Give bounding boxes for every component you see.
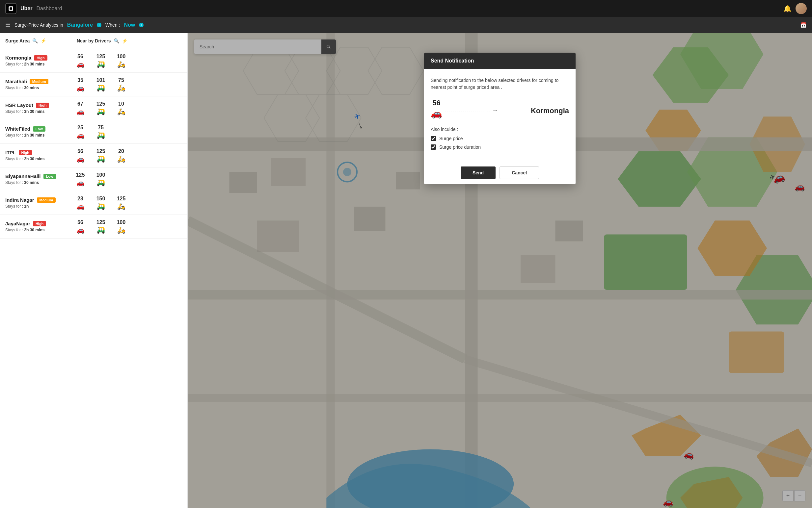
area-row[interactable]: WhiteFiled Low Stays for : 1h 30 mins 25… <box>0 120 187 144</box>
area-name: Kormongla High <box>5 55 71 60</box>
auto-icon: 🛺 <box>97 108 105 116</box>
area-row[interactable]: Kormongla High Stays for : 2h 30 mins 56… <box>0 49 187 73</box>
bike-icon: 🛵 <box>117 226 125 234</box>
area-badge: High <box>19 150 32 155</box>
area-stays: Stays for : 1h <box>5 204 71 209</box>
car-count-group: 56 🚗 <box>71 149 89 163</box>
stays-value: 2h 30 mins <box>24 228 44 232</box>
vehicles-section: 35 🚗 101 🛺 75 🛵 <box>71 77 182 92</box>
auto-count: 101 <box>96 77 105 83</box>
app-logo <box>5 3 16 14</box>
top-navigation: Uber Dashboard 🔔 <box>0 0 812 17</box>
nearby-drivers-header: Near by Drivers 🔍 ⚡ <box>77 38 182 43</box>
auto-icon: 🛺 <box>97 179 105 186</box>
area-stays: Stays for : 2h 30 mins <box>5 62 71 67</box>
cancel-button[interactable]: Cancel <box>500 167 539 179</box>
area-info: Indira Nagar Medium Stays for : 1h <box>5 197 71 209</box>
surge-price-label: Surge price <box>439 136 463 141</box>
auto-count: 100 <box>96 172 105 178</box>
nearby-search-icon[interactable]: 🔍 <box>114 38 119 43</box>
area-info: Kormongla High Stays for : 2h 30 mins <box>5 55 71 67</box>
area-name: HSR Layout High <box>5 102 71 108</box>
area-row[interactable]: JayaNagar High Stays for : 2h 30 mins 56… <box>0 215 187 239</box>
vehicles-section: 67 🚗 125 🛺 10 🛵 <box>71 101 182 116</box>
auto-icon: 🛺 <box>97 226 105 234</box>
menu-icon[interactable]: ☰ <box>5 22 10 29</box>
surge-price-duration-checkbox[interactable] <box>431 144 436 150</box>
auto-icon: 🛺 <box>97 202 105 210</box>
area-row[interactable]: Marathali Medium Stays for : 30 mins 35 … <box>0 73 187 96</box>
stays-value: 2h 30 mins <box>24 157 44 161</box>
car-count-group: 25 🚗 <box>71 125 89 139</box>
surge-area-filter-icon[interactable]: ⚡ <box>40 38 46 43</box>
area-row[interactable]: Indira Nagar Medium Stays for : 1h 23 🚗 … <box>0 191 187 215</box>
vehicles-section: 56 🚗 125 🛺 100 🛵 <box>71 54 182 68</box>
area-row[interactable]: HSR Layout High Stays for : 3h 30 mins 6… <box>0 96 187 120</box>
driver-car-icon: 🚗 <box>431 108 442 119</box>
stays-value: 30 mins <box>24 180 39 185</box>
car-count: 23 <box>77 196 83 202</box>
area-info: BiyapannaHalli Low Stays for : 30 mins <box>5 173 71 185</box>
stays-value: 1h 30 mins <box>24 133 44 137</box>
auto-count: 75 <box>98 125 104 131</box>
bike-count-group: 100 🛵 <box>112 219 130 234</box>
nearby-filter-icon[interactable]: ⚡ <box>122 38 127 43</box>
auto-count: 125 <box>96 54 105 59</box>
car-icon: 🚗 <box>76 202 85 210</box>
bike-count-group: 100 🛵 <box>112 54 130 68</box>
vehicles-section: 56 🚗 125 🛺 100 🛵 <box>71 219 182 234</box>
modal-description: Sending notification to the below select… <box>431 77 569 91</box>
surge-area-label: Surge Area <box>5 38 30 43</box>
area-stays: Stays for : 1h 30 mins <box>5 133 71 137</box>
notifications-bell-icon[interactable]: 🔔 <box>783 5 791 12</box>
area-row[interactable]: BiyapannaHalli Low Stays for : 30 mins 1… <box>0 167 187 191</box>
auto-count-group: 125 🛺 <box>91 101 110 116</box>
user-avatar[interactable] <box>796 3 807 14</box>
area-badge: Medium <box>30 79 49 84</box>
area-stays: Stays for : 2h 30 mins <box>5 228 71 232</box>
calendar-icon[interactable]: 📅 <box>800 22 807 28</box>
when-info-icon[interactable]: i <box>139 23 144 27</box>
area-badge: High <box>33 221 46 226</box>
auto-count-group: 150 🛺 <box>91 196 110 210</box>
vehicles-section: 56 🚗 125 🛺 20 🛵 <box>71 149 182 163</box>
bike-count: 20 <box>118 149 124 154</box>
avatar-image <box>796 3 807 14</box>
send-notification-modal: Send Notification Sending notification t… <box>424 53 576 184</box>
area-stays: Stays for : 30 mins <box>5 180 71 185</box>
car-count: 56 <box>77 149 83 154</box>
bike-count-group: 10 🛵 <box>112 101 130 116</box>
car-count: 125 <box>76 172 85 178</box>
column-headers: Surge Area 🔍 ⚡ Near by Drivers 🔍 ⚡ <box>0 33 187 49</box>
main-layout: Surge Area 🔍 ⚡ Near by Drivers 🔍 ⚡ Kormo… <box>0 33 812 508</box>
subnav-prefix: Surge-Price Analytics in <box>14 23 63 28</box>
modal-overlay: Send Notification Sending notification t… <box>188 33 812 508</box>
driver-count: 56 <box>432 99 440 107</box>
when-value: Now <box>124 22 135 28</box>
area-info: Marathali Medium Stays for : 30 mins <box>5 79 71 90</box>
auto-count-group: 100 🛺 <box>91 172 110 186</box>
send-button[interactable]: Send <box>461 167 496 179</box>
modal-title: Send Notification <box>431 58 474 64</box>
bike-count: 10 <box>118 101 124 107</box>
auto-count-group: 101 🛺 <box>91 77 110 92</box>
app-title: Uber <box>21 6 32 11</box>
car-count: 25 <box>77 125 83 131</box>
driver-destination-row: 56 🚗 ....................... Kormongla <box>431 99 569 119</box>
auto-icon: 🛺 <box>97 155 105 163</box>
area-name: BiyapannaHalli Low <box>5 173 71 179</box>
sub-navigation: ☰ Surge-Price Analytics in Bangalore i W… <box>0 17 812 33</box>
city-info-icon[interactable]: i <box>97 23 102 27</box>
surge-price-checkbox[interactable] <box>431 136 436 141</box>
modal-body: Sending notification to the below select… <box>424 69 576 161</box>
vehicles-section: 125 🚗 100 🛺 <box>71 172 182 186</box>
area-stays: Stays for : 30 mins <box>5 86 71 90</box>
surge-area-search-icon[interactable]: 🔍 <box>32 38 38 43</box>
area-name: ITPL High <box>5 150 71 155</box>
area-row[interactable]: ITPL High Stays for : 2h 30 mins 56 🚗 12… <box>0 144 187 167</box>
auto-count: 150 <box>96 196 105 202</box>
bike-icon: 🛵 <box>117 60 125 68</box>
car-icon: 🚗 <box>76 60 85 68</box>
bike-count: 125 <box>117 196 126 202</box>
surge-area-header: Surge Area 🔍 ⚡ <box>5 38 71 43</box>
